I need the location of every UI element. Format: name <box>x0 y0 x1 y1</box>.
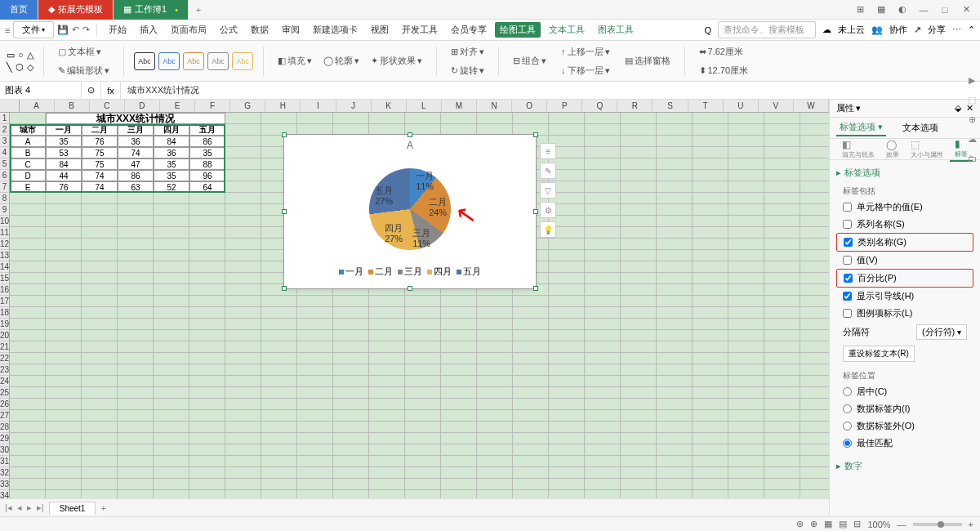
sheet-tab-1[interactable]: Sheet1 <box>49 502 96 515</box>
tab-workbook[interactable]: ▦工作簿1• <box>114 0 189 20</box>
check-类别名称(G)[interactable]: 类别名称(G) <box>836 233 973 252</box>
fill-btn[interactable]: ◧填充▾ <box>274 52 316 69</box>
tab-template[interactable]: ◆拓展壳模板 <box>38 0 114 20</box>
shapes-icon[interactable]: ⬡ <box>16 62 24 73</box>
menu-layout[interactable]: 页面布局 <box>166 22 212 38</box>
edit-shape-btn[interactable]: ✎ 编辑形状 ▾ <box>54 62 114 79</box>
row-header[interactable]: 16 <box>0 284 10 296</box>
up-btn[interactable]: ↑上移一层▾ <box>557 43 614 60</box>
row-header[interactable]: 29 <box>0 433 10 444</box>
sheet-first-icon[interactable]: |◂ <box>3 501 14 515</box>
down-btn[interactable]: ↓下移一层▾ <box>557 62 614 79</box>
row-header[interactable]: 11 <box>0 227 10 239</box>
save-icon[interactable]: 💾 <box>57 25 69 35</box>
rt-backup-icon[interactable]: 🗀 <box>965 154 978 167</box>
menu-drawtools[interactable]: 绘图工具 <box>495 22 541 38</box>
size-tab[interactable]: ⬚大小与属性 <box>906 137 948 161</box>
col-header[interactable]: U <box>724 100 759 112</box>
spreadsheet[interactable]: ABCDEFGHIJKLMNOPQRSTUVW 1234567891011121… <box>0 100 829 521</box>
view-icon[interactable]: ⊚ <box>796 519 804 529</box>
col-header[interactable]: V <box>759 100 794 112</box>
outline-btn[interactable]: ◯轮廓▾ <box>319 52 363 69</box>
col-header[interactable]: O <box>512 100 547 112</box>
text-box-btn[interactable]: ▢ 文本框 ▾ <box>54 43 114 60</box>
style-preset[interactable]: Abc <box>232 52 253 70</box>
fx-icon[interactable]: ⊙ <box>82 82 101 99</box>
user-icon[interactable]: ◐ <box>895 2 910 17</box>
row-header[interactable]: 3 <box>0 136 10 147</box>
pin-icon[interactable]: ⬙ <box>955 103 961 114</box>
col-header[interactable]: G <box>230 100 265 112</box>
row-header[interactable]: 17 <box>0 296 10 307</box>
chart-settings-btn[interactable]: ⚙ <box>540 202 556 218</box>
row-header[interactable]: 31 <box>0 456 10 467</box>
shapes-icon[interactable]: △ <box>27 50 33 60</box>
col-header[interactable]: C <box>90 100 125 112</box>
menu-charttools[interactable]: 图表工具 <box>593 22 639 38</box>
style-preset[interactable]: Abc <box>183 52 204 70</box>
redo-icon[interactable]: ↷ <box>82 25 90 35</box>
shapes-icon[interactable]: ◇ <box>27 62 33 73</box>
formula-input[interactable]: 城市XXX统计情况 <box>121 84 980 96</box>
zoom-slider[interactable] <box>913 523 962 526</box>
minimize-icon[interactable]: — <box>916 2 931 17</box>
row-header[interactable]: 4 <box>0 147 10 158</box>
row-header[interactable]: 21 <box>0 341 10 353</box>
row-header[interactable]: 27 <box>0 410 10 422</box>
shapes-icon[interactable]: ○ <box>18 50 24 60</box>
col-header[interactable]: R <box>617 100 653 112</box>
radio-数据标签内(I)[interactable]: 数据标签内(I) <box>836 400 973 417</box>
row-header[interactable]: 23 <box>0 364 10 376</box>
row-header[interactable]: 15 <box>0 273 10 284</box>
col-header[interactable]: J <box>336 100 372 112</box>
chart-help-btn[interactable]: 💡 <box>540 221 556 238</box>
chart-style-btn[interactable]: ✎ <box>540 163 556 179</box>
row-header[interactable]: 30 <box>0 444 10 456</box>
row-header[interactable]: 22 <box>0 353 10 364</box>
radio-数据标签外(O)[interactable]: 数据标签外(O) <box>836 417 973 435</box>
row-header[interactable]: 2 <box>0 124 10 136</box>
col-header[interactable]: W <box>794 100 829 112</box>
menu-data[interactable]: 数据 <box>246 22 274 38</box>
grid-icon[interactable]: ▦ <box>874 2 889 17</box>
sheet-next-icon[interactable]: ▸ <box>25 501 33 515</box>
view-page-icon[interactable]: ▤ <box>839 519 847 529</box>
row-header[interactable]: 10 <box>0 216 10 227</box>
col-header[interactable]: S <box>653 100 688 112</box>
search-input[interactable]: 查找命令、搜索模板 <box>718 21 816 38</box>
zoom-out-icon[interactable]: — <box>898 520 906 529</box>
effects-tab[interactable]: ◯效果 <box>881 137 904 161</box>
check-单元格中的值(E)[interactable]: 单元格中的值(E) <box>836 199 973 216</box>
menu-view[interactable]: 视图 <box>366 22 394 38</box>
rt-cloud-icon[interactable]: ☁ <box>965 134 978 147</box>
style-preset[interactable]: Abc <box>134 52 155 70</box>
view-normal-icon[interactable]: ▦ <box>824 519 832 529</box>
width-input[interactable]: ⬌ 7.62厘米 <box>695 43 753 60</box>
section-label-options[interactable]: ▸ 标签选项 <box>836 167 973 179</box>
collapse-icon[interactable]: ⌃ <box>968 25 975 35</box>
rt-select-icon[interactable]: ▶ <box>965 75 978 88</box>
cloud-icon[interactable]: ☁ <box>822 25 831 35</box>
menu-dev[interactable]: 开发工具 <box>397 22 443 38</box>
tab-home[interactable]: 首页 <box>0 0 38 20</box>
sel-pane-btn[interactable]: ▤选择窗格 <box>621 52 675 69</box>
tab-label-options[interactable]: 标签选项 ▾ <box>836 119 886 136</box>
chart-object[interactable]: A 一月11% 二月24% 三月11% 四月27% 五月27% ↖ 一月二月三月… <box>283 134 537 289</box>
rotate-btn[interactable]: ↻旋转▾ <box>447 62 488 79</box>
collab-icon[interactable]: 👥 <box>871 25 883 35</box>
row-header[interactable]: 1 <box>0 113 10 124</box>
menu-formula[interactable]: 公式 <box>215 22 243 38</box>
row-header[interactable]: 13 <box>0 250 10 261</box>
select-all-corner[interactable] <box>0 100 20 112</box>
col-header[interactable]: M <box>442 100 477 112</box>
tab-add[interactable]: + <box>189 5 208 15</box>
view-break-icon[interactable]: ⊟ <box>853 519 861 529</box>
col-header[interactable]: K <box>372 100 407 112</box>
sheet-prev-icon[interactable]: ◂ <box>16 501 24 515</box>
check-显示引导线(H)[interactable]: 显示引导线(H) <box>836 288 973 305</box>
shapes-icon[interactable]: ╲ <box>7 62 12 73</box>
col-header[interactable]: E <box>160 100 195 112</box>
zoom-in-icon[interactable]: + <box>969 520 973 529</box>
row-header[interactable]: 18 <box>0 307 10 319</box>
undo-icon[interactable]: ↶ <box>72 25 79 35</box>
